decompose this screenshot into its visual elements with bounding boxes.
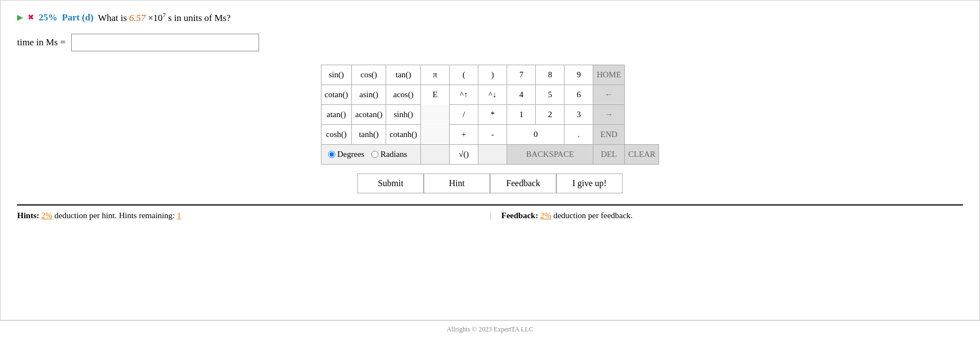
rparen-button[interactable]: )	[478, 65, 507, 85]
e-button[interactable]: E	[421, 85, 449, 104]
answer-input[interactable]	[71, 34, 259, 51]
end-button[interactable]: END	[593, 125, 624, 144]
calc-cell-sqrt: √()	[450, 144, 478, 164]
tanh-button[interactable]: tanh()	[352, 125, 386, 144]
calc-cell-multiply: *	[478, 104, 507, 124]
asin-button[interactable]: asin()	[352, 85, 386, 104]
multiply-button[interactable]: *	[478, 105, 507, 124]
submit-button[interactable]: Submit	[357, 173, 424, 193]
home-button[interactable]: HOME	[593, 65, 624, 85]
feedback-button[interactable]: Feedback	[490, 173, 556, 193]
degrees-row: Degrees Radians √() BACKSPACE DEL CL	[321, 144, 659, 164]
divide-button[interactable]: /	[450, 105, 478, 124]
hints-remaining[interactable]: 1	[177, 211, 181, 220]
calc-cell-empty3	[421, 144, 450, 164]
3-button[interactable]: 3	[565, 105, 593, 124]
plus-button[interactable]: +	[450, 125, 478, 144]
empty2-button	[421, 124, 449, 144]
calc-cell-5: 5	[536, 85, 565, 104]
0-button[interactable]: 0	[507, 125, 564, 144]
8-button[interactable]: 8	[536, 65, 564, 85]
calc-cell-6: 6	[565, 85, 593, 104]
calc-cell-plus: +	[450, 124, 478, 144]
hint-button[interactable]: Hint	[424, 173, 490, 193]
empty1-button	[421, 104, 449, 124]
radians-label[interactable]: Radians	[371, 150, 407, 159]
radians-radio[interactable]	[371, 151, 378, 158]
calc-cell-exp-down: ^↓	[478, 85, 507, 104]
atan-button[interactable]: atan()	[322, 105, 351, 124]
6-button[interactable]: 6	[565, 85, 593, 104]
calc-row-2: cotan() asin() acos() E ^↑ ^↓ 4 5 6 ←	[321, 85, 659, 104]
cos-button[interactable]: cos()	[352, 65, 386, 85]
sinh-button[interactable]: sinh()	[386, 105, 420, 124]
sqrt-button[interactable]: √()	[450, 145, 478, 164]
calc-row-4: cosh() tanh() cotanh() + - 0 . END	[321, 124, 659, 144]
radians-text: Radians	[381, 150, 407, 159]
calc-cell-clear: CLEAR	[625, 144, 659, 164]
calc-cell-e: E	[421, 85, 450, 104]
calc-cell-3: 3	[565, 104, 593, 124]
left-arrow-button[interactable]: ←	[593, 85, 624, 104]
hints-label: Hints:	[17, 211, 39, 220]
lparen-button[interactable]: (	[450, 65, 478, 85]
degrees-radio[interactable]	[328, 151, 335, 158]
give-up-button[interactable]: I give up!	[556, 173, 623, 193]
calc-cell-minus: -	[478, 124, 507, 144]
exp-down-button[interactable]: ^↓	[478, 85, 507, 104]
calc-cell-right: →	[593, 104, 625, 124]
sin-button[interactable]: sin()	[322, 65, 351, 85]
calculator-area: sin() cos() tan() π ( ) 7 8 9 HOME cotan…	[17, 65, 963, 165]
1-button[interactable]: 1	[507, 105, 535, 124]
part-header: ▶ ✖ 25% Part (d) What is 6.57 ×107 s in …	[17, 12, 963, 24]
degrees-radians-cell: Degrees Radians	[321, 144, 421, 164]
exp-up-button[interactable]: ^↑	[450, 85, 478, 104]
minus-button[interactable]: -	[478, 125, 507, 144]
play-icon: ▶	[17, 13, 23, 22]
degrees-label[interactable]: Degrees	[328, 150, 365, 159]
calculator-table: sin() cos() tan() π ( ) 7 8 9 HOME cotan…	[321, 65, 660, 165]
del-button[interactable]: DEL	[593, 145, 624, 164]
question-prefix: What is	[98, 13, 129, 23]
clear-button[interactable]: CLEAR	[625, 145, 658, 164]
calc-cell-sinh: sinh()	[386, 104, 421, 124]
acotan-button[interactable]: acotan()	[352, 105, 386, 124]
cotanh-button[interactable]: cotanh()	[386, 125, 420, 144]
calc-cell-1: 1	[507, 104, 536, 124]
footer-text: Allrights © 2023 ExpertTA LLC	[447, 325, 534, 333]
calc-cell-asin: asin()	[352, 85, 386, 104]
calc-cell-home: HOME	[593, 65, 625, 85]
4-button[interactable]: 4	[507, 85, 535, 104]
calc-cell-9: 9	[565, 65, 593, 85]
5-button[interactable]: 5	[536, 85, 564, 104]
calc-cell-dot: .	[565, 124, 593, 144]
main-container: ▶ ✖ 25% Part (d) What is 6.57 ×107 s in …	[0, 0, 980, 320]
9-button[interactable]: 9	[565, 65, 593, 85]
calc-row-3: atan() acotan() sinh() / * 1 2 3 →	[321, 104, 659, 124]
hints-section: Hints: 2% deduction per hint. Hints rema…	[17, 211, 491, 220]
calc-cell-cos: cos()	[352, 65, 386, 85]
feedback-label: Feedback:	[502, 211, 539, 220]
cosh-button[interactable]: cosh()	[322, 125, 351, 144]
tan-button[interactable]: tan()	[386, 65, 420, 85]
calc-cell-acotan: acotan()	[352, 104, 386, 124]
7-button[interactable]: 7	[507, 65, 535, 85]
footer: Allrights © 2023 ExpertTA LLC	[0, 320, 980, 336]
pi-button[interactable]: π	[421, 65, 449, 85]
backspace-button[interactable]: BACKSPACE	[507, 145, 593, 164]
calc-cell-4: 4	[507, 85, 536, 104]
dot-button[interactable]: .	[565, 125, 593, 144]
hints-percent[interactable]: 2%	[41, 211, 52, 220]
calc-cell-exp-up: ^↑	[450, 85, 478, 104]
calc-cell-left: ←	[593, 85, 625, 104]
acos-button[interactable]: acos()	[386, 85, 420, 104]
2-button[interactable]: 2	[536, 105, 564, 124]
calc-cell-lparen: (	[450, 65, 478, 85]
right-arrow-button[interactable]: →	[593, 105, 624, 124]
x-icon: ✖	[28, 13, 34, 22]
cotan-button[interactable]: cotan()	[322, 85, 351, 104]
calc-cell-0: 0	[507, 124, 565, 144]
calc-cell-end: END	[593, 124, 625, 144]
feedback-percent[interactable]: 2%	[540, 211, 551, 220]
calc-cell-7: 7	[507, 65, 536, 85]
